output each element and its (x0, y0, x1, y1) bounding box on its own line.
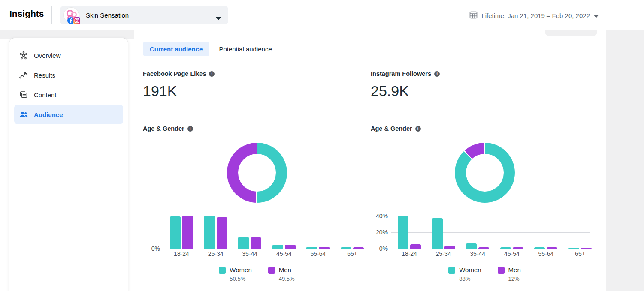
men-bar (478, 247, 489, 249)
women-bar (306, 247, 317, 249)
sidebar-item-results[interactable]: Results (14, 65, 123, 85)
chevron-down-icon (216, 14, 221, 22)
men-bar (182, 216, 193, 249)
metric-label-text: Instagram Followers (371, 70, 431, 77)
men-bar (217, 217, 227, 249)
legend-share: 12% (508, 276, 521, 282)
tab-current-audience[interactable]: Current audience (143, 42, 209, 56)
account-name: Skin Sensation (86, 12, 129, 19)
legend-text: Women50.5% (230, 266, 251, 282)
y-tick-label: 40% (376, 213, 388, 219)
men-bar (444, 246, 455, 249)
section-heading: Age & Gender i (371, 125, 599, 132)
account-avatar (63, 7, 80, 24)
sidebar-item-label: Overview (34, 52, 61, 59)
legend-share: 49.5% (279, 276, 295, 282)
women-bar (466, 243, 477, 249)
bar-plot (163, 213, 363, 249)
legend-share: 88% (459, 276, 481, 282)
bar-group (341, 247, 364, 249)
metric-label: Facebook Page Likes i (143, 70, 371, 78)
page-title: Insights (9, 9, 44, 19)
info-icon[interactable]: i (415, 126, 421, 132)
men-bar (251, 237, 261, 249)
women-bar (432, 218, 443, 249)
legend-item: Women88% (448, 266, 481, 282)
y-tick-label: 0% (151, 245, 160, 252)
chart-legend: Women88%Men12% (371, 266, 599, 282)
date-range-selector[interactable]: Lifetime: Jan 21, 2019 – Feb 20, 2022 (469, 11, 599, 21)
bar-group (170, 216, 193, 249)
donut-hole (466, 154, 504, 192)
women-bar (398, 216, 408, 249)
sidebar-item-content[interactable]: Content (14, 85, 123, 105)
women-bar (204, 216, 215, 249)
tab-potential-audience[interactable]: Potential audience (219, 42, 272, 56)
audience-tabs: Current audience Potential audience (143, 42, 272, 56)
x-tick-label: 25-34 (204, 250, 227, 257)
info-icon[interactable]: i (209, 71, 215, 77)
export-button-partial[interactable] (545, 30, 597, 36)
x-tick-label: 65+ (568, 250, 592, 257)
men-bar (410, 244, 421, 249)
sidebar-item-overview[interactable]: Overview (14, 45, 123, 65)
header-divider (51, 6, 52, 24)
gender-donut-chart (455, 143, 515, 203)
section-heading-text: Age & Gender (143, 125, 184, 132)
audience-icon (19, 110, 28, 119)
info-icon[interactable]: i (434, 71, 440, 77)
women-bar (568, 248, 579, 249)
sidebar-item-label: Audience (34, 111, 63, 118)
bar-group (568, 248, 592, 249)
age-gender-bar-chart: 0% 18-2425-3435-4445-5455-6465+ (143, 213, 363, 259)
legend-text: Men12% (508, 266, 521, 282)
insights-sidebar: Overview Results Content (9, 38, 128, 291)
legend-swatch (219, 267, 226, 274)
x-tick-label: 45-54 (272, 250, 296, 257)
instagram-followers-value: 25.9K (371, 83, 599, 99)
bar-group (500, 247, 523, 249)
legend-text: Men49.5% (279, 266, 295, 282)
account-selector[interactable]: Skin Sensation (60, 6, 228, 24)
legend-text: Women88% (459, 266, 481, 282)
bar-group (398, 216, 421, 249)
bar-group (432, 218, 455, 249)
facebook-page-likes-value: 191K (143, 83, 371, 99)
legend-share: 50.5% (230, 276, 251, 282)
x-tick-label: 65+ (341, 250, 364, 257)
instagram-icon (73, 17, 80, 24)
instagram-audience-column: Instagram Followers i 25.9K Age & Gender… (371, 70, 599, 282)
gender-donut-chart (227, 143, 287, 203)
chart-legend: Women50.5%Men49.5% (143, 266, 371, 282)
facebook-audience-column: Facebook Page Likes i 191K Age & Gender … (143, 70, 371, 282)
sidebar-item-label: Content (34, 91, 57, 99)
women-bar (534, 247, 545, 249)
women-bar (238, 237, 249, 249)
legend-item: Women50.5% (219, 266, 251, 282)
audience-content: Facebook Page Likes i 191K Age & Gender … (143, 70, 599, 282)
legend-item: Men12% (498, 266, 521, 282)
legend-swatch (268, 267, 275, 274)
info-icon[interactable]: i (187, 126, 193, 132)
x-tick-label: 18-24 (170, 250, 193, 257)
age-gender-bar-chart: 0%20%40% 18-2425-3435-4445-5455-6465+ (371, 213, 590, 259)
legend-swatch (448, 267, 455, 274)
women-bar (170, 216, 181, 249)
bar-group (204, 216, 227, 249)
men-bar (353, 247, 364, 249)
x-tick-label: 55-64 (306, 250, 330, 257)
metric-label: Instagram Followers i (371, 70, 599, 78)
sidebar-item-audience[interactable]: Audience (14, 105, 123, 124)
y-axis: 0%20%40% (371, 213, 388, 249)
sidebar-item-label: Results (34, 72, 55, 79)
metric-label-text: Facebook Page Likes (143, 70, 206, 77)
x-tick-label: 18-24 (398, 250, 421, 257)
section-heading-text: Age & Gender (371, 125, 412, 132)
donut-hole (238, 154, 276, 192)
x-tick-label: 45-54 (500, 250, 523, 257)
bar-group (272, 245, 296, 249)
y-tick-label: 0% (379, 245, 388, 252)
bar-plot (391, 213, 590, 249)
calendar-icon (469, 11, 478, 21)
legend-name: Men (508, 266, 521, 274)
